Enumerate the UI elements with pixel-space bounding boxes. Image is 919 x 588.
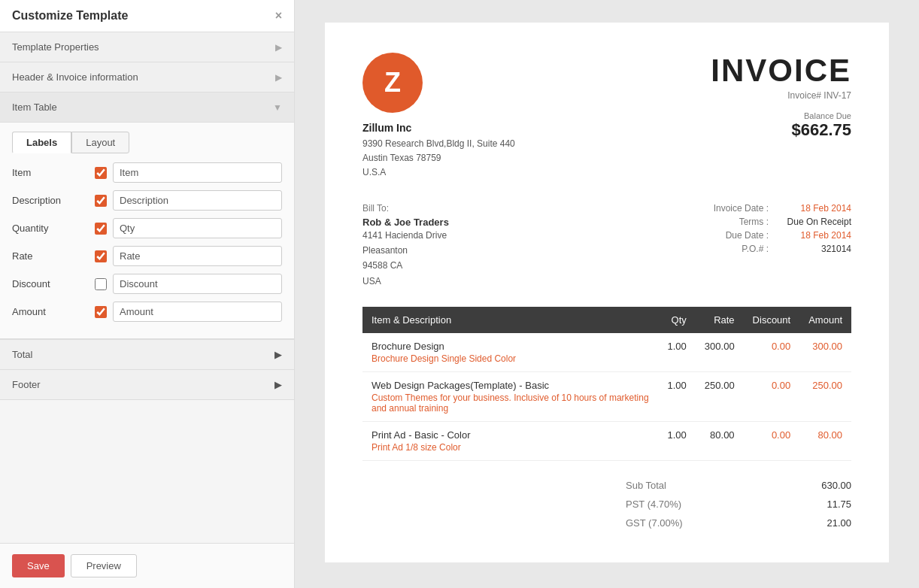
totals-value: 11.75 <box>799 499 851 510</box>
field-checkbox-wrapper-item <box>95 167 113 179</box>
meta-row: Due Date :18 Feb 2014 <box>714 230 851 241</box>
item-table-label: Item Table <box>12 102 57 113</box>
field-checkbox-wrapper-amount <box>95 306 113 318</box>
invoice-meta: Invoice Date :18 Feb 2014Terms :Due On R… <box>714 203 851 289</box>
field-checkbox-quantity[interactable] <box>95 223 107 235</box>
field-input-wrapper-rate <box>113 246 282 266</box>
bill-to-name: Rob & Joe Traders <box>362 217 449 228</box>
bill-to-address: 4141 Hacienda Drive Pleasanton 94588 CA … <box>362 228 449 289</box>
meta-value: Due On Receipt <box>776 217 851 227</box>
header-invoice-arrow: ▶ <box>275 72 282 83</box>
close-icon[interactable]: × <box>275 9 282 23</box>
field-row-amount: Amount <box>12 302 282 322</box>
bottom-section-arrow-total: ▶ <box>274 349 282 360</box>
bottom-sections: Total▶Footer▶ <box>0 339 294 400</box>
field-row-description: Description <box>12 190 282 211</box>
table-cell-discount: 0.00 <box>744 372 800 422</box>
field-rows: ItemDescriptionQuantityRateDiscountAmoun… <box>0 153 294 338</box>
action-buttons: Save Preview <box>0 543 294 588</box>
table-cell-amount: 80.00 <box>799 422 851 461</box>
invoice-page: Z Zillum Inc 9390 Research Blvd,Bldg II,… <box>325 23 889 562</box>
table-cell-qty: 1.00 <box>659 372 696 422</box>
meta-key: P.O.# : <box>742 244 769 254</box>
col-header-discount: Discount <box>744 307 800 333</box>
field-input-wrapper-description <box>113 190 282 211</box>
invoice-table: Item & Description Qty Rate Discount Amo… <box>362 307 851 461</box>
meta-key: Invoice Date : <box>714 203 769 214</box>
bottom-section-total[interactable]: Total▶ <box>0 340 294 370</box>
totals-value: 21.00 <box>799 517 851 529</box>
table-row: Brochure DesignBrochure Design Single Si… <box>362 333 851 372</box>
tab-labels[interactable]: Labels <box>12 132 71 153</box>
invoice-table-body: Brochure DesignBrochure Design Single Si… <box>362 333 851 461</box>
invoice-title: INVOICE <box>711 53 851 89</box>
balance-due-label: Balance Due <box>711 111 851 120</box>
field-checkbox-discount[interactable] <box>95 278 107 290</box>
field-checkbox-rate[interactable] <box>95 250 107 262</box>
panel-title: Customize Template × <box>0 0 294 32</box>
meta-value: 321014 <box>776 244 851 254</box>
template-properties-section[interactable]: Template Properties ▶ <box>0 32 294 62</box>
item-description: Custom Themes for your business. Inclusi… <box>372 393 650 414</box>
header-invoice-section[interactable]: Header & Invoice information ▶ <box>0 62 294 92</box>
bottom-section-footer[interactable]: Footer▶ <box>0 370 294 400</box>
preview-button[interactable]: Preview <box>71 554 137 577</box>
totals-value: 630.00 <box>799 480 851 491</box>
field-input-wrapper-discount <box>113 274 282 294</box>
field-checkbox-wrapper-rate <box>95 250 113 262</box>
field-label-item: Item <box>12 167 95 178</box>
meta-row: Invoice Date :18 Feb 2014 <box>714 203 851 214</box>
bottom-section-arrow-footer: ▶ <box>274 379 282 390</box>
field-text-description[interactable] <box>113 190 282 211</box>
invoice-preview-panel: Z Zillum Inc 9390 Research Blvd,Bldg II,… <box>295 0 919 588</box>
field-row-quantity: Quantity <box>12 218 282 238</box>
meta-row: Terms :Due On Receipt <box>714 217 851 227</box>
save-button[interactable]: Save <box>12 554 65 577</box>
table-cell-item: Print Ad - Basic - ColorPrint Ad 1/8 siz… <box>362 422 659 461</box>
header-invoice-label: Header & Invoice information <box>12 71 138 83</box>
field-text-item[interactable] <box>113 162 282 183</box>
totals-row: PST (4.70%)11.75 <box>626 495 851 514</box>
table-cell-discount: 0.00 <box>744 422 800 461</box>
totals-row: Sub Total630.00 <box>626 476 851 495</box>
meta-value: 18 Feb 2014 <box>776 230 851 241</box>
table-row: Web Design Packages(Template) - BasicCus… <box>362 372 851 422</box>
table-cell-item: Web Design Packages(Template) - BasicCus… <box>362 372 659 422</box>
table-cell-rate: 80.00 <box>696 422 744 461</box>
field-checkbox-wrapper-description <box>95 195 113 207</box>
bill-address-3: 94588 CA <box>362 258 449 273</box>
company-logo: Z <box>362 53 423 113</box>
field-label-description: Description <box>12 195 95 206</box>
field-input-wrapper-quantity <box>113 218 282 238</box>
field-row-item: Item <box>12 162 282 183</box>
company-info: Z Zillum Inc 9390 Research Blvd,Bldg II,… <box>362 53 515 180</box>
field-checkbox-wrapper-discount <box>95 278 113 290</box>
field-text-quantity[interactable] <box>113 218 282 238</box>
field-checkbox-item[interactable] <box>95 167 107 179</box>
field-text-amount[interactable] <box>113 302 282 322</box>
invoice-title-block: INVOICE Invoice# INV-17 Balance Due $662… <box>711 53 851 140</box>
field-text-discount[interactable] <box>113 274 282 294</box>
bill-address-4: USA <box>362 274 449 289</box>
col-header-qty: Qty <box>659 307 696 333</box>
table-cell-discount: 0.00 <box>744 333 800 372</box>
item-table-arrow: ▼ <box>273 102 282 113</box>
totals-key: Sub Total <box>626 480 666 491</box>
company-address-line2: Austin Texas 78759 <box>362 151 515 165</box>
table-cell-rate: 300.00 <box>696 333 744 372</box>
totals-key: GST (7.00%) <box>626 517 683 529</box>
totals-table: Sub Total630.00PST (4.70%)11.75GST (7.00… <box>626 476 851 532</box>
col-header-item: Item & Description <box>362 307 659 333</box>
field-row-rate: Rate <box>12 246 282 266</box>
field-checkbox-amount[interactable] <box>95 306 107 318</box>
meta-key: Due Date : <box>726 230 769 241</box>
field-row-discount: Discount <box>12 274 282 294</box>
totals-section: Sub Total630.00PST (4.70%)11.75GST (7.00… <box>362 476 851 532</box>
field-label-quantity: Quantity <box>12 223 95 234</box>
item-name: Brochure Design <box>372 341 650 352</box>
tab-layout[interactable]: Layout <box>71 132 129 153</box>
col-header-amount: Amount <box>799 307 851 333</box>
item-table-section[interactable]: Item Table ▼ <box>0 92 294 123</box>
field-text-rate[interactable] <box>113 246 282 266</box>
field-checkbox-description[interactable] <box>95 195 107 207</box>
